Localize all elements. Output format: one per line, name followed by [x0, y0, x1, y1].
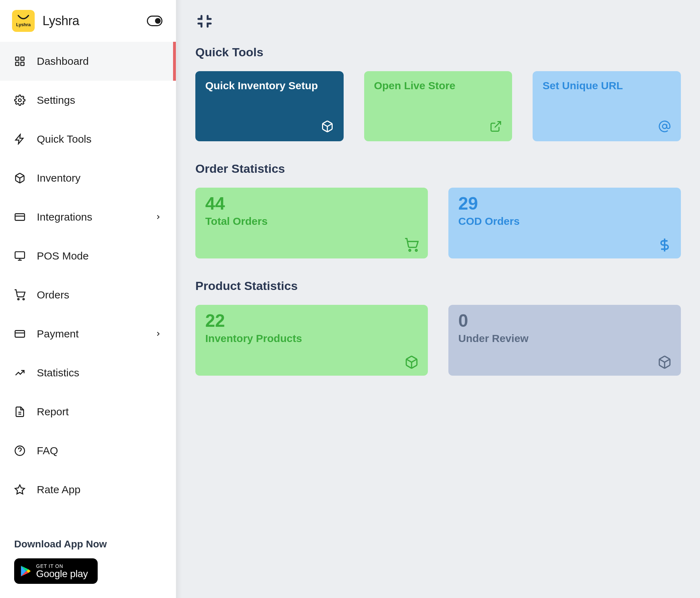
quick-tools-row: Quick Inventory Setup Open Live Store Se… [195, 71, 681, 141]
order-stats-row: 44 Total Orders 29 COD Orders [195, 188, 681, 258]
promo-title: Download App Now [14, 539, 162, 550]
google-play-badge[interactable]: GET IT ON Google play [14, 558, 98, 584]
sidebar-item-label: POS Mode [37, 250, 162, 262]
nav: Dashboard Settings Quick Tools Inventory… [0, 42, 176, 530]
brand-logo[interactable]: Lyshra [12, 10, 35, 32]
section-title-quick-tools: Quick Tools [195, 45, 681, 59]
tool-title: Quick Inventory Setup [205, 80, 334, 92]
tool-title: Open Live Store [374, 80, 503, 92]
box-icon [321, 120, 334, 133]
sidebar-item-label: Quick Tools [37, 133, 162, 145]
sidebar-item-faq[interactable]: FAQ [0, 431, 176, 470]
stat-label: Under Review [458, 332, 671, 344]
stat-label: Inventory Products [205, 332, 418, 344]
quick-tool-set-unique-url[interactable]: Set Unique URL [533, 71, 681, 141]
logo-word: Lyshra [16, 22, 31, 27]
cart-icon [404, 238, 419, 252]
google-play-icon [21, 565, 31, 577]
sidebar-item-rate-app[interactable]: Rate App [0, 470, 176, 509]
card-icon [14, 328, 25, 340]
toggle-knob [155, 18, 161, 24]
quick-tool-inventory-setup[interactable]: Quick Inventory Setup [195, 71, 344, 141]
at-icon [658, 120, 671, 133]
sidebar-item-label: FAQ [37, 445, 162, 457]
gear-icon [14, 95, 25, 106]
bolt-icon [14, 133, 25, 145]
sidebar-item-label: Report [37, 406, 162, 418]
grid-icon [14, 56, 25, 67]
section-title-order-stats: Order Statistics [195, 162, 681, 176]
sidebar-item-payment[interactable]: Payment [0, 314, 176, 353]
chevron-right-icon [155, 330, 162, 337]
stat-label: Total Orders [205, 215, 418, 227]
stat-value: 29 [458, 195, 671, 212]
stat-label: COD Orders [458, 215, 671, 227]
sidebar-item-report[interactable]: Report [0, 392, 176, 431]
logo-smile-icon [17, 15, 30, 21]
sidebar-item-label: Settings [37, 94, 162, 106]
sidebar-header: Lyshra Lyshra [0, 0, 176, 42]
stat-cod-orders[interactable]: 29 COD Orders [448, 188, 681, 258]
card-icon [14, 211, 25, 223]
box-icon [658, 355, 672, 369]
tool-title: Set Unique URL [543, 80, 671, 92]
chevron-right-icon [155, 213, 162, 221]
sidebar-item-label: Inventory [37, 172, 162, 184]
theme-toggle[interactable] [147, 16, 162, 26]
stat-value: 0 [458, 312, 671, 330]
sidebar-item-quick-tools[interactable]: Quick Tools [0, 120, 176, 159]
main-content: Quick Tools Quick Inventory Setup Open L… [176, 0, 700, 598]
sidebar-item-label: Payment [37, 328, 143, 340]
sidebar-item-label: Statistics [37, 367, 162, 379]
box-icon [404, 355, 419, 369]
brand-name: Lyshra [42, 13, 139, 28]
monitor-icon [14, 250, 25, 262]
cart-icon [14, 289, 25, 301]
stat-value: 22 [205, 312, 418, 330]
sidebar-item-dashboard[interactable]: Dashboard [0, 42, 176, 81]
sidebar-item-label: Orders [37, 289, 162, 301]
star-icon [14, 484, 25, 495]
sidebar-item-inventory[interactable]: Inventory [0, 159, 176, 198]
stat-total-orders[interactable]: 44 Total Orders [195, 188, 428, 258]
file-icon [14, 406, 25, 417]
sidebar-item-label: Integrations [37, 211, 143, 223]
sidebar-item-pos-mode[interactable]: POS Mode [0, 237, 176, 275]
sidebar-item-integrations[interactable]: Integrations [0, 198, 176, 237]
promo-section: Download App Now GET IT ON Google play [0, 530, 176, 598]
dollar-icon [658, 238, 672, 252]
exit-fullscreen-button[interactable] [195, 12, 214, 30]
sidebar: Lyshra Lyshra Dashboard Settings Quick T… [0, 0, 176, 598]
product-stats-row: 22 Inventory Products 0 Under Review [195, 305, 681, 376]
help-icon [14, 445, 25, 456]
google-play-text: GET IT ON Google play [36, 563, 88, 579]
stat-under-review[interactable]: 0 Under Review [448, 305, 681, 376]
quick-tool-open-live-store[interactable]: Open Live Store [364, 71, 512, 141]
sidebar-item-settings[interactable]: Settings [0, 81, 176, 120]
sidebar-item-label: Rate App [37, 484, 162, 496]
stat-value: 44 [205, 195, 418, 212]
box-icon [14, 172, 25, 184]
gplay-big: Google play [36, 569, 88, 579]
trend-icon [14, 367, 25, 378]
section-title-product-stats: Product Statistics [195, 279, 681, 293]
stat-inventory-products[interactable]: 22 Inventory Products [195, 305, 428, 376]
external-link-icon [489, 120, 502, 133]
sidebar-item-label: Dashboard [37, 55, 162, 67]
sidebar-item-statistics[interactable]: Statistics [0, 353, 176, 392]
sidebar-item-orders[interactable]: Orders [0, 275, 176, 314]
